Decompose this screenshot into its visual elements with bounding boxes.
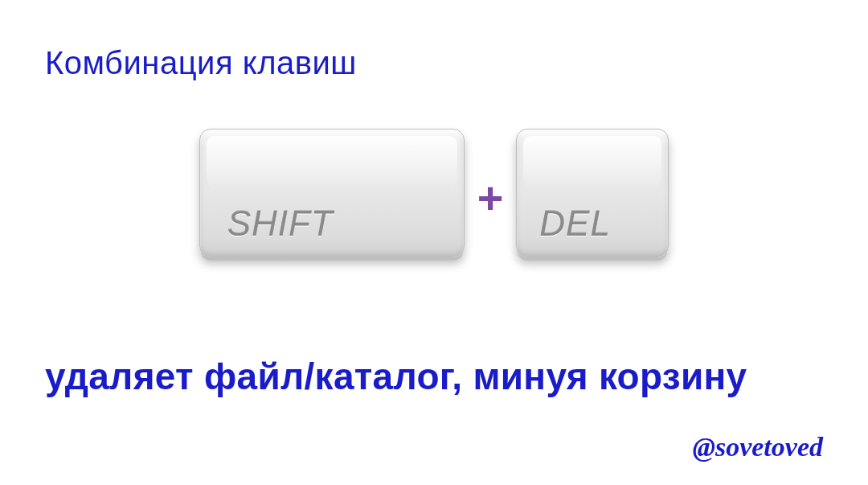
keys-row: SHIFT + DEL (0, 129, 868, 257)
slide: Комбинация клавиш SHIFT + DEL удаляет фа… (0, 0, 868, 485)
del-key: DEL (516, 129, 669, 257)
heading-text: Комбинация клавиш (45, 45, 357, 81)
shift-key: SHIFT (199, 129, 465, 257)
shift-key-label: SHIFT (227, 203, 334, 244)
description-text: удаляет файл/каталог, минуя корзину (45, 355, 823, 398)
plus-icon: + (477, 175, 504, 220)
author-handle: @sovetoved (693, 432, 823, 462)
del-key-label: DEL (539, 203, 611, 244)
